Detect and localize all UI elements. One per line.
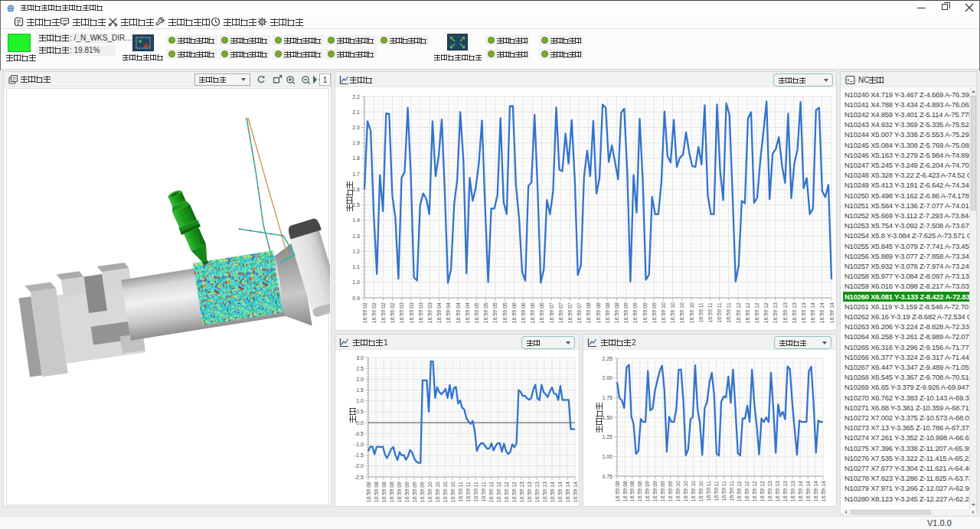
svg-text:16:59:13: 16:59:13 [767,481,773,501]
svg-text:16:59:10: 16:59:10 [435,482,440,502]
svg-text:16:59:14: 16:59:14 [565,482,570,502]
svg-text:16:59:09: 16:59:09 [404,482,410,502]
svg-text:16:59:04: 16:59:04 [446,302,451,323]
svg-text:16:59:05: 16:59:05 [483,302,488,323]
svg-text:16:59:13: 16:59:13 [782,481,788,501]
svg-text:2.00: 2.00 [602,375,612,380]
svg-text:16:59:06: 16:59:06 [530,302,535,323]
svg-text:16:59:08: 16:59:08 [614,302,619,323]
svg-text:16:59:13: 16:59:13 [790,481,795,501]
svg-text:16:59:11: 16:59:11 [458,482,463,502]
svg-text:16:59:04: 16:59:04 [465,302,470,323]
svg-text:16:59:12: 16:59:12 [511,482,517,502]
svg-text:2.25: 2.25 [602,356,612,361]
svg-text:16:59:14: 16:59:14 [798,481,803,501]
svg-text:16:59:03: 16:59:03 [427,302,433,323]
svg-text:16:59:09: 16:59:09 [645,481,650,501]
svg-text:16:59:11: 16:59:11 [729,481,734,501]
svg-text:1.00: 1.00 [602,454,612,459]
svg-text:16:59:08: 16:59:08 [374,482,379,502]
svg-text:16:59:13: 16:59:13 [775,481,780,501]
svg-text:16:59:08: 16:59:08 [381,482,387,502]
svg-text:16:59:10: 16:59:10 [691,481,696,501]
svg-text:16:59:08: 16:59:08 [389,482,394,502]
svg-text:16:59:07: 16:59:07 [577,302,582,323]
svg-text:16:59:08: 16:59:08 [615,481,620,501]
svg-text:16:59:14: 16:59:14 [829,302,835,323]
svg-text:16:59:12: 16:59:12 [763,302,769,323]
svg-text:16:59:10: 16:59:10 [683,481,688,501]
svg-text:16:59:03: 16:59:03 [399,302,404,323]
svg-text:16:59:05: 16:59:05 [492,302,498,323]
svg-text:16:59:08: 16:59:08 [622,481,628,501]
svg-text:16:59:13: 16:59:13 [519,482,524,502]
svg-text:1.3: 1.3 [352,233,360,239]
svg-text:16:59:06: 16:59:06 [521,302,526,323]
svg-text:16:59:12: 16:59:12 [504,482,509,502]
svg-text:16:59:09: 16:59:09 [412,482,417,502]
svg-text:16:59:11: 16:59:11 [714,481,719,501]
svg-text:2.2: 2.2 [352,94,360,100]
svg-text:1.8: 1.8 [352,155,360,161]
svg-text:16:59:09: 16:59:09 [668,481,673,501]
svg-text:1.4: 1.4 [352,217,360,223]
svg-text:16:59:12: 16:59:12 [744,481,750,501]
svg-text:16:59:14: 16:59:14 [810,302,815,323]
svg-text:16:59:09: 16:59:09 [652,481,658,501]
svg-text:0.75: 0.75 [602,474,612,479]
svg-text:16:59:08: 16:59:08 [366,482,371,502]
svg-text:16:59:14: 16:59:14 [557,482,563,502]
svg-text:1.7: 1.7 [352,171,360,177]
svg-text:16:59:07: 16:59:07 [567,302,573,323]
svg-text:16:59:11: 16:59:11 [726,302,731,323]
svg-text:16:59:10: 16:59:10 [698,481,704,501]
svg-text:16:59:14: 16:59:14 [573,482,578,502]
svg-text:16:59:10: 16:59:10 [450,482,456,502]
svg-text:2.0: 2.0 [356,377,364,382]
svg-text:16:59:13: 16:59:13 [542,482,547,502]
svg-text:16:59:09: 16:59:09 [660,481,665,501]
svg-text:2.5: 2.5 [356,366,364,371]
svg-text:-2.0: -2.0 [354,463,364,469]
svg-text:16:59:08: 16:59:08 [596,302,601,323]
svg-text:16:59:14: 16:59:14 [819,302,825,323]
svg-text:16:59:11: 16:59:11 [698,302,704,323]
svg-text:-1.0: -1.0 [354,442,364,447]
svg-text:16:59:03: 16:59:03 [418,302,423,323]
svg-text:1.0: 1.0 [356,398,364,403]
svg-text:16:59:09: 16:59:09 [397,482,402,502]
svg-text:16:59:09: 16:59:09 [652,302,657,323]
svg-text:16:59:13: 16:59:13 [801,302,806,323]
svg-text:16:59:11: 16:59:11 [706,481,711,501]
svg-text:16:59:14: 16:59:14 [821,481,826,501]
svg-text:2.1: 2.1 [352,109,360,115]
svg-text:16:59:12: 16:59:12 [496,482,501,502]
svg-text:16:59:07: 16:59:07 [558,302,564,323]
svg-text:16:59:08: 16:59:08 [637,481,642,501]
svg-text:16:59:11: 16:59:11 [717,302,722,323]
svg-text:16:59:11: 16:59:11 [466,482,471,502]
svg-text:16:59:12: 16:59:12 [736,302,741,323]
svg-text:1.9: 1.9 [352,140,360,145]
svg-text:16:59:14: 16:59:14 [805,481,811,501]
svg-text:1.75: 1.75 [602,395,612,400]
svg-text:1.5: 1.5 [356,387,364,393]
svg-text:16:59:14: 16:59:14 [813,481,818,501]
svg-text:16:59:11: 16:59:11 [473,482,479,502]
svg-text:-1.5: -1.5 [354,452,364,458]
svg-text:16:59:02: 16:59:02 [381,302,386,323]
svg-text:16:59:09: 16:59:09 [632,302,638,323]
svg-text:16:59:06: 16:59:06 [539,302,544,323]
svg-text:16:59:12: 16:59:12 [737,481,742,501]
svg-text:16:59:03: 16:59:03 [409,302,414,323]
svg-text:16:59:12: 16:59:12 [760,481,765,501]
svg-text:16:59:13: 16:59:13 [792,302,797,323]
svg-text:16:59:02: 16:59:02 [362,302,368,323]
svg-text:16:59:10: 16:59:10 [427,482,433,502]
svg-text:-2.5: -2.5 [354,475,364,480]
svg-text:16:59:05: 16:59:05 [474,302,479,323]
svg-text:16:59:10: 16:59:10 [675,481,681,501]
svg-text:16:59:08: 16:59:08 [629,481,635,501]
svg-text:16:59:07: 16:59:07 [549,302,554,323]
svg-text:16:59:10: 16:59:10 [661,302,666,323]
